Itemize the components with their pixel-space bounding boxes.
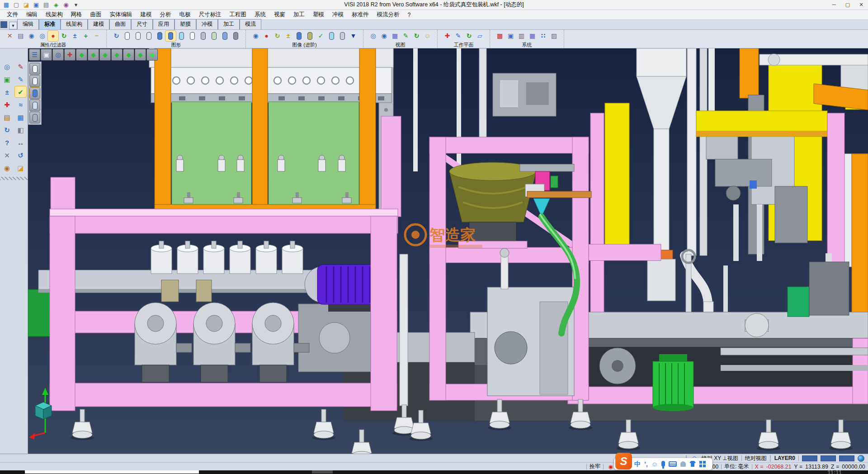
cycle-workplane-icon[interactable]: ↻	[464, 31, 474, 41]
fit-view-icon[interactable]: ▣	[1, 74, 13, 85]
recycle-render-icon[interactable]: ↻	[272, 31, 283, 41]
zoom-select-icon[interactable]: ◎	[1, 61, 13, 72]
delete-curve-icon[interactable]: ✎	[15, 61, 26, 72]
measure-distance-icon[interactable]: ↔	[15, 137, 26, 148]
active-layer[interactable]: LAYER0	[774, 455, 795, 461]
tab-machining[interactable]: 加工	[218, 19, 240, 29]
open-project-icon[interactable]: ◪	[15, 162, 26, 173]
texture-cylinder-icon[interactable]	[305, 31, 315, 41]
view-sketch-icon[interactable]: ✎	[401, 31, 411, 41]
refresh-visibility-icon[interactable]: ↻	[59, 31, 69, 41]
tab-surface[interactable]: 曲面	[109, 19, 131, 29]
shaded-edges-cylinder-icon[interactable]	[165, 31, 176, 41]
ime-toolbox-icon[interactable]	[699, 461, 702, 464]
navigator-icon[interactable]: ◉	[1, 162, 13, 173]
grip-handle[interactable]	[770, 455, 771, 461]
hide-entity-icon[interactable]: ◎	[37, 31, 47, 41]
shaded-cylinder-icon[interactable]	[155, 31, 165, 41]
zoom-window-icon[interactable]: ◎	[368, 31, 378, 41]
attribute-browser-icon[interactable]: ▤	[1, 112, 13, 123]
layer-cylinder-5-icon[interactable]	[29, 112, 40, 123]
freehand-curve-icon[interactable]: ≈	[15, 99, 26, 110]
ghost-cylinder-icon[interactable]	[187, 31, 198, 41]
viewport-layout-icon[interactable]: ▦	[15, 112, 26, 123]
new-file-icon[interactable]: ▢	[12, 1, 21, 9]
ime-punctuation[interactable]: ’,	[644, 461, 648, 467]
menu-standard-parts[interactable]: 标准件	[348, 10, 373, 19]
minimize-button[interactable]: ─	[827, 0, 841, 9]
ime-skin-icon[interactable]	[689, 461, 696, 467]
zoom-preview-icon[interactable]: ◎	[52, 49, 64, 61]
hide-all-icon[interactable]: −	[91, 31, 102, 41]
globe-icon[interactable]	[858, 455, 864, 462]
edit-workplane-icon[interactable]: ✎	[453, 31, 463, 41]
layer-color-box[interactable]	[802, 455, 817, 461]
ime-emoji-icon[interactable]: ☺	[651, 461, 658, 467]
view-mode-icon[interactable]: ◈	[52, 1, 61, 9]
menu-analysis[interactable]: 分析	[156, 10, 175, 19]
tab-edit[interactable]: 编辑	[17, 19, 39, 29]
ime-mic-icon[interactable]	[661, 461, 665, 467]
advanced-view-icon[interactable]: ◉	[250, 31, 261, 41]
zoom-extents-icon[interactable]: ◉	[379, 31, 389, 41]
sogou-logo[interactable]: S	[615, 453, 632, 469]
show-all-icon[interactable]: ＋	[80, 31, 91, 41]
menu-moldflow[interactable]: 模流分析	[373, 10, 404, 19]
view-back-icon[interactable]: ◆	[111, 49, 123, 61]
menu-solid-edit[interactable]: 实体编辑	[106, 10, 137, 19]
prompt-button[interactable]	[312, 470, 333, 474]
delete-entity-icon[interactable]: ✕	[1, 150, 13, 161]
ucs-move-icon[interactable]: ✚	[1, 99, 13, 110]
menu-window[interactable]: 视窗	[270, 10, 289, 19]
tab-wireframe[interactable]: 线架构	[61, 19, 88, 29]
hidden-line-cylinder-icon[interactable]	[133, 31, 143, 41]
solid-preview-icon[interactable]: ◧	[15, 124, 26, 135]
ime-lang-chinese[interactable]: 中	[634, 461, 641, 467]
tab-standard[interactable]: 标准	[39, 19, 61, 29]
menu-file[interactable]: 文件	[3, 10, 22, 19]
ime-keyboard-icon[interactable]	[669, 461, 677, 467]
menu-mold[interactable]: 塑模	[309, 10, 328, 19]
view-bottom-icon[interactable]: ◆	[88, 49, 99, 61]
transparent-cylinder-icon[interactable]	[176, 31, 187, 41]
mesh-cylinder-icon[interactable]	[198, 31, 208, 41]
maximize-button[interactable]: ▢	[841, 0, 854, 9]
wireframe-cylinder-icon[interactable]	[122, 31, 132, 41]
view-top-icon[interactable]: ◆	[76, 49, 87, 61]
view-front-icon[interactable]: ◆	[99, 49, 111, 61]
tab-application[interactable]: 应用	[153, 19, 175, 29]
matrix-icon[interactable]: ▦	[527, 31, 538, 41]
layer-cylinder-1-icon[interactable]	[29, 63, 40, 75]
shaded-outline-cylinder-icon[interactable]	[144, 31, 154, 41]
ime-handwriting-icon[interactable]	[680, 461, 686, 467]
axes-icon[interactable]: ✚	[64, 49, 75, 61]
quick-access-arrow-icon[interactable]: ▾	[71, 1, 80, 9]
layout-manager-icon[interactable]: ▥	[516, 31, 527, 41]
menu-wireframe[interactable]: 线架构	[42, 10, 67, 19]
ucs-axes-icon[interactable]: ✚	[442, 31, 453, 41]
sketch-curve-icon[interactable]: ✎	[15, 74, 26, 85]
graphics-settings-icon[interactable]	[231, 31, 241, 41]
menu-edit[interactable]: 编辑	[22, 10, 42, 19]
color-palette-icon[interactable]: ▩	[495, 31, 505, 41]
tab-moldflow[interactable]: 模流	[240, 19, 261, 29]
app-icon[interactable]: ▦	[2, 1, 11, 9]
section-cylinder-icon[interactable]	[209, 31, 219, 41]
menu-dimension[interactable]: 尺寸标注	[195, 10, 226, 19]
zoom-dynamic-icon[interactable]: ±	[1, 86, 13, 97]
menu-mesh[interactable]: 网格	[67, 10, 86, 19]
regen-graphics-icon[interactable]: ↻	[111, 31, 122, 41]
snap-lock-label[interactable]: 拴牢	[590, 463, 600, 470]
layer-cylinder-4-icon[interactable]	[29, 100, 40, 111]
tab-mold[interactable]: 塑膜	[175, 19, 196, 29]
layer-cylinder-2-icon[interactable]	[29, 75, 40, 87]
plan-view-icon[interactable]: ▦	[390, 31, 400, 41]
zoom-fit-icon[interactable]: ▣	[41, 49, 52, 61]
filter-traffic-light-icon[interactable]: ●	[48, 31, 58, 41]
capture-icon[interactable]: ◉	[61, 1, 71, 9]
render-traffic-light-icon[interactable]: ●	[261, 31, 272, 41]
glass-cylinder-icon[interactable]	[326, 31, 337, 41]
regen-model-icon[interactable]: ↻	[1, 124, 13, 135]
view-left-icon[interactable]: ◆	[123, 49, 134, 61]
tab-modeling[interactable]: 建模	[88, 19, 109, 29]
